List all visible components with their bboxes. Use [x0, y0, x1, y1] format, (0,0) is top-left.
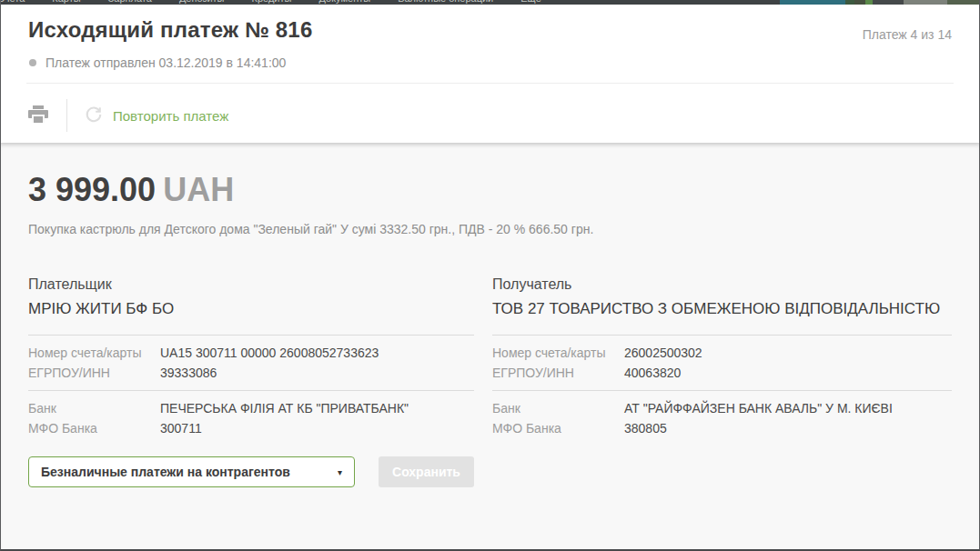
row-value: 300711 — [160, 418, 202, 438]
table-row: Банк ПЕЧЕРСЬКА ФІЛІЯ АТ КБ "ПРИВАТБАНК" — [28, 398, 474, 418]
row-value: 39333086 — [160, 363, 217, 383]
payer-account-group: Номер счета/карты UA15 300711 00000 2600… — [28, 335, 474, 390]
amount-value: 3 999.00 — [28, 171, 156, 208]
row-label: МФО Банка — [28, 418, 160, 438]
row-value: UA15 300711 00000 26008052733623 — [160, 343, 379, 363]
payer-details-table: Номер счета/карты UA15 300711 00000 2600… — [28, 335, 474, 446]
payer-section: Плательщик МРІЮ ЖИТИ БФ БО Номер счета/к… — [28, 275, 474, 487]
parties-columns: Плательщик МРІЮ ЖИТИ БФ БО Номер счета/к… — [28, 275, 952, 487]
repeat-payment-link[interactable]: Повторить платеж — [85, 105, 228, 126]
row-value: АТ "РАЙФФАЙЗЕН БАНК АВАЛЬ" У М. КИЄВІ — [624, 398, 893, 418]
amount-currency: UAH — [163, 171, 234, 208]
chevron-down-icon: ▾ — [338, 467, 342, 477]
printer-icon — [28, 105, 48, 125]
recipient-name: ТОВ 27 ТОВАРИСТВО З ОБМЕЖЕНОЮ ВІДПОВІДАЛ… — [492, 298, 952, 320]
payment-pagination: Платеж 4 из 14 — [863, 27, 952, 42]
row-label: Номер счета/карты — [28, 343, 160, 363]
row-label: МФО Банка — [492, 418, 624, 438]
repeat-payment-label: Повторить платеж — [113, 108, 228, 124]
table-row: ЕГРПОУ/ИНН 39333086 — [28, 363, 474, 383]
refresh-icon — [85, 105, 103, 126]
toolbar-divider — [66, 99, 67, 132]
table-row: Банк АТ "РАЙФФАЙЗЕН БАНК АВАЛЬ" У М. КИЄ… — [492, 398, 952, 418]
table-row: МФО Банка 300711 — [28, 418, 474, 438]
payer-name: МРІЮ ЖИТИ БФ БО — [28, 298, 474, 320]
save-button[interactable]: Сохранить — [379, 456, 474, 487]
header-divider — [26, 83, 954, 84]
payment-description: Покупка кастрюль для Детского дома "Зеле… — [28, 220, 952, 238]
page-title: Исходящий платеж № 816 — [28, 17, 312, 43]
payment-header: Исходящий платеж № 816 Платеж 4 из 14 Пл… — [1, 5, 979, 143]
payer-bank-group: Банк ПЕЧЕРСЬКА ФІЛІЯ АТ КБ "ПРИВАТБАНК" … — [28, 390, 474, 446]
footer-controls: Безналичные платежи на контрагентов ▾ Со… — [28, 456, 474, 487]
row-label: ЕГРПОУ/ИНН — [492, 363, 624, 383]
recipient-bank-group: Банк АТ "РАЙФФАЙЗЕН БАНК АВАЛЬ" У М. КИЄ… — [492, 390, 952, 446]
status-dot-icon — [29, 59, 36, 66]
row-label: Банк — [492, 398, 624, 418]
row-value: 26002500302 — [624, 343, 702, 363]
print-button[interactable] — [28, 105, 48, 125]
table-row: ЕГРПОУ/ИНН 40063820 — [492, 363, 952, 383]
row-value: 380805 — [624, 418, 667, 438]
table-row: МФО Банка 380805 — [492, 418, 952, 438]
recipient-details-table: Номер счета/карты 26002500302 ЕГРПОУ/ИНН… — [492, 335, 952, 446]
recipient-section-title: Получатель — [492, 275, 952, 295]
recipient-section: Получатель ТОВ 27 ТОВАРИСТВО З ОБМЕЖЕНОЮ… — [492, 275, 952, 487]
table-row: Номер счета/карты UA15 300711 00000 2600… — [28, 343, 474, 363]
row-label: Номер счета/карты — [492, 343, 624, 363]
page: { "top_bar": { "menu_items": ["Счета", "… — [0, 0, 980, 551]
payer-section-title: Плательщик — [28, 275, 474, 295]
amount-line: 3 999.00UAH — [28, 172, 952, 208]
table-row: Номер счета/карты 26002500302 — [492, 343, 952, 363]
row-label: Банк — [28, 398, 160, 418]
payment-category-select[interactable]: Безналичные платежи на контрагентов ▾ — [28, 456, 355, 487]
payment-status: Платеж отправлен 03.12.2019 в 14:41:00 — [29, 55, 286, 70]
status-text: Платеж отправлен 03.12.2019 в 14:41:00 — [45, 55, 286, 70]
recipient-account-group: Номер счета/карты 26002500302 ЕГРПОУ/ИНН… — [492, 335, 952, 390]
toolbar: Повторить платеж — [28, 98, 228, 133]
category-selected-value: Безналичные платежи на контрагентов — [41, 465, 290, 479]
row-value: 40063820 — [624, 363, 681, 383]
row-label: ЕГРПОУ/ИНН — [28, 363, 160, 383]
payment-details: 3 999.00UAH Покупка кастрюль для Детског… — [1, 143, 979, 551]
row-value: ПЕЧЕРСЬКА ФІЛІЯ АТ КБ "ПРИВАТБАНК" — [160, 398, 409, 418]
